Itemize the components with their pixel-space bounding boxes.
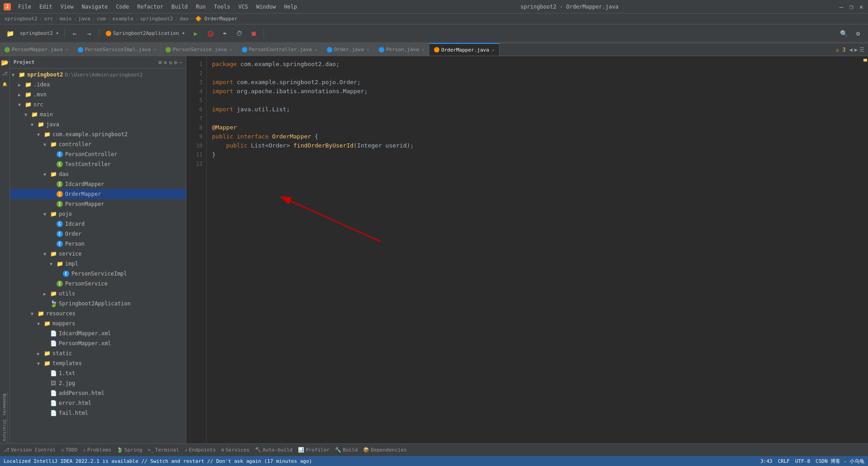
bottom-endpoints[interactable]: ↗ Endpoints (184, 447, 216, 453)
tree-fail-html[interactable]: ▶ 📄 fail.html (10, 408, 186, 418)
tab-close[interactable]: ✕ (492, 48, 495, 52)
bottom-dependencies[interactable]: 📦 Dependencies (363, 447, 406, 453)
bottom-auto-build[interactable]: 🔨 Auto-build (255, 447, 292, 453)
tab-close[interactable]: ✕ (367, 47, 369, 52)
tab-close[interactable]: ✕ (230, 47, 232, 52)
tree-pojo[interactable]: ▼ 📁 pojo (10, 209, 186, 219)
menu-window[interactable]: Window (253, 3, 279, 11)
tab-close[interactable]: ✕ (315, 47, 317, 52)
tab-more[interactable]: ☰ (859, 47, 864, 53)
tab-person-controller[interactable]: PersonController.java ✕ (237, 43, 322, 56)
tree-dao[interactable]: ▼ 📁 dao (10, 169, 186, 179)
tree-main[interactable]: ▼ 📁 main (10, 109, 186, 119)
sidebar-icon-minimize[interactable]: — (179, 59, 182, 66)
menu-refactor[interactable]: Refactor (133, 3, 167, 11)
tab-scroll-right[interactable]: ▶ (854, 47, 858, 53)
status-crlf[interactable]: CRLF (778, 458, 790, 464)
menu-run[interactable]: Run (192, 3, 209, 11)
activity-commits[interactable]: ⎇ (0, 69, 9, 78)
sidebar-icon-settings[interactable]: ⚙ (174, 59, 177, 66)
bottom-terminal[interactable]: >_ Terminal (148, 447, 179, 453)
stop-button[interactable]: ⏹ (247, 27, 260, 40)
bottom-problems[interactable]: ⚠ Problems (83, 447, 111, 453)
bottom-services[interactable]: ⚙ Services (221, 447, 250, 453)
search-button[interactable]: 🔍 (837, 27, 850, 40)
minimize-button[interactable]: — (838, 4, 844, 10)
tree-idcard[interactable]: ▶ C Idcard (10, 219, 186, 229)
code-content[interactable]: package com.example.springboot2.dao; imp… (207, 56, 862, 443)
debug-button[interactable]: 🐞 (204, 27, 217, 40)
bottom-todo[interactable]: ☑ TODO (61, 447, 77, 453)
breadcrumb-item[interactable]: main (60, 16, 72, 22)
bottom-profiler[interactable]: 📊 Profiler (298, 447, 330, 453)
tree-impl[interactable]: ▼ 📁 impl (10, 259, 186, 269)
sidebar-icon-sort[interactable]: ⇅ (169, 59, 172, 66)
tree-resources[interactable]: ▼ 📁 resources (10, 309, 186, 319)
tab-person[interactable]: Person.java ✕ (374, 43, 429, 56)
bottom-build[interactable]: 🔧 Build (335, 447, 358, 453)
menu-build[interactable]: Build (168, 3, 191, 11)
menu-navigate[interactable]: Navigate (78, 3, 112, 11)
menu-vcs[interactable]: VCS (235, 3, 252, 11)
tree-add-person-html[interactable]: ▶ 📄 addPerson.html (10, 388, 186, 398)
tree-java[interactable]: ▼ 📁 java (10, 119, 186, 129)
tree-person-controller[interactable]: ▶ C PersonController (10, 149, 186, 159)
menu-help[interactable]: Help (280, 3, 301, 11)
menu-tools[interactable]: Tools (210, 3, 234, 11)
close-button[interactable]: ✕ (858, 4, 864, 10)
activity-notifications[interactable]: 🔔 (0, 80, 9, 89)
tab-close[interactable]: ✕ (422, 47, 425, 52)
tree-mappers[interactable]: ▼ 📁 mappers (10, 319, 186, 328)
tree-service[interactable]: ▼ 📁 service (10, 249, 186, 259)
tree-person-service[interactable]: ▶ I PersonService (10, 279, 186, 289)
menu-code[interactable]: Code (113, 3, 133, 11)
tab-person-mapper[interactable]: PersonMapper.java ✕ (0, 43, 73, 56)
breadcrumb-item[interactable]: springboot2 (5, 16, 38, 22)
breadcrumb-item[interactable]: dao (179, 16, 189, 22)
tree-src[interactable]: ▼ 📁 src (10, 100, 186, 109)
tree-package[interactable]: ▼ 📁 com.example.springboot2 (10, 129, 186, 139)
menu-file[interactable]: File (14, 3, 35, 11)
tree-2jpg[interactable]: ▶ 🖼 2.jpg (10, 378, 186, 388)
tree-utils[interactable]: ▶ 📁 utils (10, 289, 186, 299)
forward-button[interactable]: → (83, 27, 95, 40)
bottom-version-control[interactable]: ⎇ Version Control (4, 447, 56, 453)
tree-order-mapper[interactable]: ▶ I OrderMapper (10, 189, 186, 199)
side-label-structure[interactable]: Structure (2, 418, 8, 443)
activity-project[interactable]: 📂 (0, 58, 9, 67)
project-dropdown[interactable]: 📁 (4, 27, 16, 40)
back-button[interactable]: ← (68, 27, 81, 40)
side-label-bookmarks[interactable]: Bookmarks (2, 392, 8, 418)
coverage-button[interactable]: ☂ (218, 27, 231, 40)
menu-view[interactable]: View (57, 3, 77, 11)
tree-person-mapper[interactable]: ▶ I PersonMapper (10, 199, 186, 209)
tab-person-service-impl[interactable]: PersonServiceImpl.java ✕ (73, 43, 161, 56)
tree-mvn[interactable]: ▶ 📁 .mvn (10, 90, 186, 100)
tree-static[interactable]: ▶ 📁 static (10, 348, 186, 358)
breadcrumb-item[interactable]: java (78, 16, 90, 22)
tab-close[interactable]: ✕ (153, 47, 156, 52)
tab-order[interactable]: Order.java ✕ (322, 43, 374, 56)
maximize-button[interactable]: ❐ (848, 4, 854, 10)
tab-person-service[interactable]: PersonService.java ✕ (161, 43, 237, 56)
settings-button[interactable]: ⚙ (852, 27, 864, 40)
tree-person-mapper-xml[interactable]: ▶ 📄 PersonMapper.xml (10, 338, 186, 348)
breadcrumb-item[interactable]: example (113, 16, 133, 22)
tree-person-service-impl[interactable]: ▶ C PersonServiceImpl (10, 269, 186, 279)
tree-idcard-mapper-xml[interactable]: ▶ 📄 IdcardMapper.xml (10, 328, 186, 338)
run-config-dropdown[interactable]: Springboot2Application ▾ (103, 27, 188, 40)
tab-scroll-left[interactable]: ◀ (849, 47, 853, 53)
breadcrumb-item[interactable]: com (97, 16, 106, 22)
tree-order[interactable]: ▶ C Order (10, 229, 186, 239)
tree-springboot2-app[interactable]: ▶ 🍃 Springboot2Application (10, 299, 186, 309)
tree-1txt[interactable]: ▶ 📄 1.txt (10, 368, 186, 378)
tree-controller[interactable]: ▼ 📁 controller (10, 139, 186, 149)
run-button[interactable]: ▶ (189, 27, 202, 40)
tree-idcard-mapper[interactable]: ▶ I IdcardMapper (10, 179, 186, 189)
breadcrumb-item[interactable]: src (44, 16, 53, 22)
profile-button[interactable]: ⏱ (233, 27, 245, 40)
sidebar-icon-collapse[interactable]: ≡ (164, 59, 167, 66)
bottom-spring[interactable]: 🍃 Spring (117, 447, 142, 453)
tab-order-mapper[interactable]: OrderMapper.java ✕ (429, 43, 500, 56)
sidebar-icon-expand[interactable]: ⊞ (159, 59, 162, 66)
